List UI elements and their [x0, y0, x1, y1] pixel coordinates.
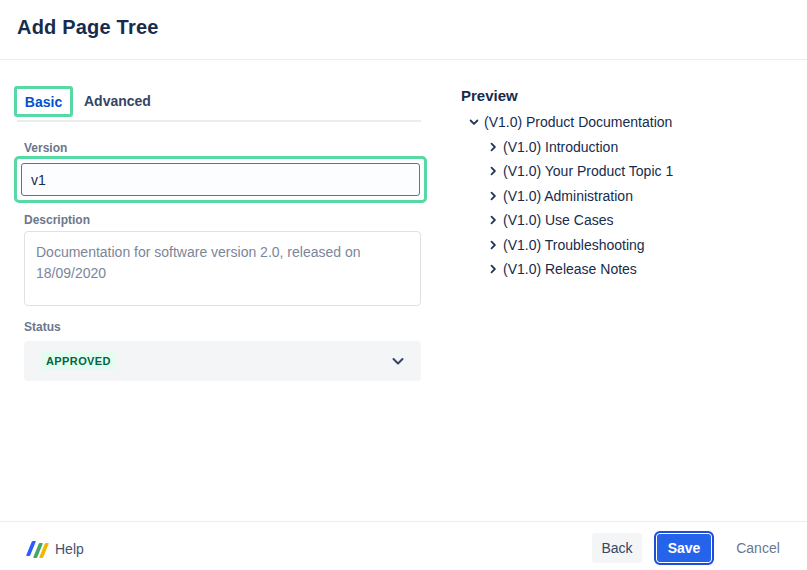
tree-item[interactable]: (V1.0) Administration — [461, 184, 673, 209]
chevron-down-icon — [390, 353, 406, 369]
status-label: Status — [24, 320, 61, 334]
tree-item[interactable]: (V1.0) Your Product Topic 1 — [461, 159, 673, 184]
status-badge: APPROVED — [41, 352, 116, 370]
help-label: Help — [55, 541, 84, 557]
chevron-right-icon[interactable] — [485, 237, 501, 253]
title-divider — [0, 59, 807, 60]
preview-tree: (V1.0) Product Documentation (V1.0) Intr… — [461, 110, 673, 282]
tab-basic[interactable]: Basic — [14, 86, 73, 117]
tree-item-label: (V1.0) Introduction — [503, 139, 618, 155]
back-button[interactable]: Back — [592, 533, 642, 563]
version-input[interactable] — [21, 163, 420, 196]
chevron-right-icon[interactable] — [485, 188, 501, 204]
tab-bar: Basic Advanced — [17, 86, 421, 122]
footer-divider — [0, 521, 807, 522]
tree-item[interactable]: (V1.0) Introduction — [461, 135, 673, 160]
tree-item-label: (V1.0) Administration — [503, 188, 633, 204]
tab-advanced[interactable]: Advanced — [84, 93, 151, 109]
tree-item[interactable]: (V1.0) Troubleshooting — [461, 233, 673, 258]
chevron-right-icon[interactable] — [485, 261, 501, 277]
add-page-tree-dialog: Add Page Tree Basic Advanced Version Des… — [0, 0, 807, 570]
chevron-right-icon[interactable] — [485, 163, 501, 179]
status-dropdown[interactable]: APPROVED — [24, 341, 421, 381]
tree-item-label: (V1.0) Your Product Topic 1 — [503, 163, 673, 179]
version-label: Version — [24, 141, 67, 155]
tree-item-root[interactable]: (V1.0) Product Documentation — [461, 110, 673, 135]
tree-item[interactable]: (V1.0) Use Cases — [461, 208, 673, 233]
tree-item-label: (V1.0) Release Notes — [503, 261, 637, 277]
chevron-right-icon[interactable] — [485, 212, 501, 228]
help-link[interactable]: Help — [29, 538, 84, 560]
save-button[interactable]: Save — [654, 531, 714, 565]
tab-basic-label: Basic — [25, 94, 62, 110]
tree-item-label: (V1.0) Use Cases — [503, 212, 613, 228]
description-label: Description — [24, 213, 90, 227]
version-annotation-box — [14, 156, 427, 203]
chevron-right-icon[interactable] — [485, 139, 501, 155]
tree-item-label: (V1.0) Troubleshooting — [503, 237, 645, 253]
chevron-down-icon[interactable] — [466, 114, 482, 130]
page-title: Add Page Tree — [17, 16, 159, 39]
cancel-button[interactable]: Cancel — [731, 533, 785, 563]
description-textarea[interactable] — [24, 231, 421, 306]
k15t-slashes-icon — [29, 541, 46, 558]
tree-item[interactable]: (V1.0) Release Notes — [461, 257, 673, 282]
tree-item-label: (V1.0) Product Documentation — [484, 114, 672, 130]
preview-heading: Preview — [461, 87, 518, 104]
